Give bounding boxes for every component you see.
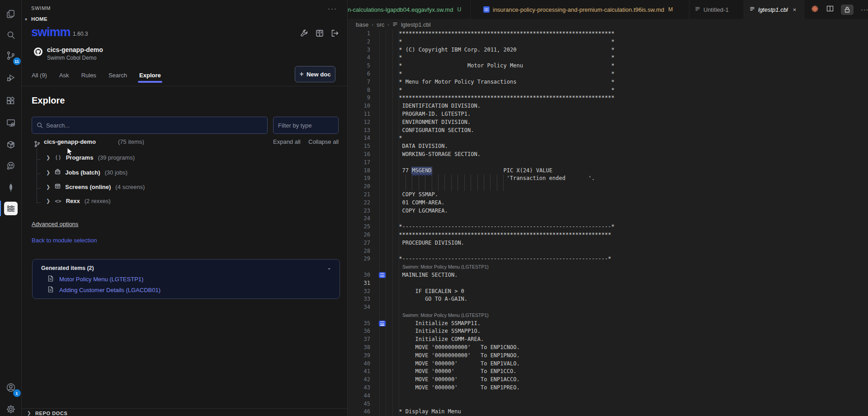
code-line[interactable]: MOVE '000000' To ENP1PREO. [379,384,520,392]
code-line[interactable]: MOVE '0000000000' To ENP1PNOO. [379,352,520,360]
code-line[interactable]: ****************************************… [379,231,611,239]
code-line[interactable]: * * [379,70,614,78]
tab-all[interactable]: All (9) [32,72,47,79]
generated-item[interactable]: Adding Customer Details (LGACDB01) [48,286,160,294]
code-line[interactable]: MOVE '000000' To ENP1VALO. [379,360,520,368]
code-line[interactable]: MOVE '00000' To ENP1CCO. [379,368,516,376]
gutter [370,247,379,255]
code-line[interactable]: Initialize SSMAPP1O. [379,327,481,336]
swimm-icon-active[interactable] [3,201,19,216]
explorer-icon[interactable] [3,6,19,22]
back-to-module-link[interactable]: Back to module selection [32,237,97,244]
code-line[interactable]: MOVE '000000' To ENP1ACCO. [379,376,520,384]
chevron-down-icon[interactable]: ⌄ [327,265,331,271]
filter-by-type-select[interactable]: Filter by type [273,117,339,134]
source-control-icon[interactable]: 11 [3,48,19,63]
close-icon[interactable]: × [793,6,797,13]
chevron-right-icon[interactable]: ❯ [27,411,31,416]
chevron-right-icon[interactable]: ❯ [46,170,50,175]
tab-insurance-md[interactable]: insurance-policy-processing-and-premium-… [471,0,689,19]
swimm-gutter-icon[interactable] [379,272,386,278]
code-line[interactable]: MAINLINE SECTION. [379,271,458,279]
code-line[interactable]: *---------------------------------------… [379,223,614,231]
search-icon[interactable] [3,28,19,43]
repo-name[interactable]: cics-genapp-demo [47,46,103,53]
tab-rules[interactable]: Rules [81,72,96,79]
swimm-codelens[interactable]: Swimm: Motor Policy Menu (LGTESTP1) [348,263,868,271]
code-line[interactable]: 01 COMM-AREA. [379,199,445,207]
panel-more-icon[interactable]: ··· [328,5,337,12]
code-line[interactable]: COPY LGCMAREA. [379,207,448,215]
code-line[interactable]: DATA DIVISION. [379,142,448,151]
code-line[interactable]: ****************************************… [379,30,614,38]
section-chevron-icon[interactable]: ▾ [25,17,27,22]
code-line[interactable]: MOVE '0000000000' To ENP1CNOO. [379,344,520,352]
code-line[interactable]: ****************************************… [379,94,614,102]
section-home-label[interactable]: HOME [31,16,47,22]
lock-icon[interactable] [841,5,854,15]
wrench-icon[interactable] [300,29,309,39]
sign-out-icon[interactable] [330,29,339,39]
code-line[interactable]: IDENTIFICATION DIVISION. [379,102,481,110]
advanced-options-link[interactable]: Advanced options [32,221,78,227]
code-line[interactable]: * Display Main Menu [379,408,461,416]
swimm-gutter-icon[interactable] [379,321,386,326]
line-number: 31 [348,279,370,288]
code-line[interactable]: * * [379,54,614,62]
expand-all-link[interactable]: Expand all [273,138,301,145]
tab-lgtestp1[interactable]: lgtestp1.cbl × [744,0,804,19]
container-icon[interactable] [3,137,19,152]
split-editor-icon[interactable] [826,5,834,14]
breadcrumb-src[interactable]: src [377,21,384,28]
code-line[interactable]: 77 MSGEND PIC X(24) VALUE [379,167,552,175]
repo-subtitle: Swimm Cobol Demo [47,55,96,61]
tab-search[interactable]: Search [108,72,127,79]
code-line[interactable]: * Motor Policy Menu * [379,62,614,70]
docs-book-icon[interactable] [315,29,324,39]
tab-untitled[interactable]: Untitled-1 [689,0,744,19]
code-line[interactable]: 'Transaction ended '. [379,175,595,183]
zowe-starburst-icon[interactable] [811,5,819,15]
code-line[interactable]: WORKING-STORAGE SECTION. [379,151,481,159]
github-actions-icon[interactable] [3,158,19,174]
search-input[interactable]: Search... [32,117,268,134]
tab-calculations-md[interactable]: n-calculations-lgapdb04.eqgavfyx.sw.md U [348,0,471,19]
code-line[interactable]: PROGRAM-ID. LGTESTP1. [379,110,471,118]
highlighted-word[interactable]: MSGEND [412,167,431,174]
new-doc-button[interactable]: + New doc [295,66,335,82]
code-line[interactable]: Initialize SSMAPP1I. [379,320,481,328]
remote-explorer-icon[interactable] [3,115,19,131]
mongodb-leaf-icon[interactable] [3,180,19,195]
run-debug-icon[interactable] [3,70,19,85]
code-line[interactable]: *---------------------------------------… [379,255,611,263]
chevron-right-icon[interactable]: ❯ [46,184,50,190]
code-line[interactable]: * * [379,38,614,46]
code-line[interactable]: CONFIGURATION SECTION. [379,127,474,135]
code-line[interactable]: COPY SSMAP. [379,191,438,199]
tree-item-programs[interactable]: ❯ () Programs (39 programs) [46,154,135,161]
collapse-all-link[interactable]: Collapse all [308,138,339,145]
breadcrumb-base[interactable]: base [356,21,368,28]
generated-item[interactable]: Motor Policy Menu (LGTESTP1) [48,275,143,283]
tab-explore[interactable]: Explore [139,72,161,79]
tree-item-screens[interactable]: ❯ Screens (online) (4 screens) [46,183,145,190]
swimm-codelens[interactable]: Swimm: Motor Policy Menu (LGTESTP1) [348,312,868,320]
settings-gear-icon[interactable] [3,402,19,416]
code-line[interactable]: ENVIRONMENT DIVISION. [379,118,471,127]
tab-ask[interactable]: Ask [59,72,69,79]
code-line[interactable]: * Menu for Motor Policy Transactions * [379,78,614,86]
code-line[interactable]: Initialize COMM-AREA. [379,336,484,344]
extensions-icon[interactable] [3,93,19,109]
code-line[interactable]: * * [379,86,614,95]
code-line[interactable]: * (C) Copyright IBM Corp. 2011, 2020 * [379,46,614,54]
tree-root-name[interactable]: cics-genapp-demo [44,138,96,145]
breadcrumb-file[interactable]: lgtestp1.cbl [401,21,431,28]
more-actions-icon[interactable]: ··· [861,6,868,13]
tree-item-jobs[interactable]: ❯ Jobs (batch) (30 jobs) [46,169,127,176]
chevron-right-icon[interactable]: ❯ [46,198,50,204]
account-icon[interactable]: 1 [3,380,19,395]
repo-docs-section[interactable]: REPO DOCS [35,411,67,416]
chevron-right-icon[interactable]: ❯ [46,155,50,161]
code-editor[interactable]: 1 **************************************… [348,30,868,416]
tree-item-rexx[interactable]: ❯ <> Rexx (2 rexxes) [46,198,111,204]
